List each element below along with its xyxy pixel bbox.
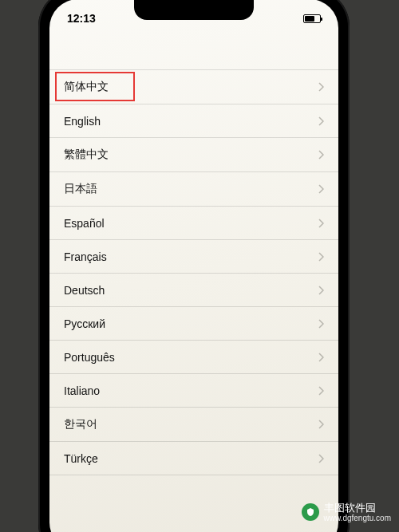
chevron-right-icon xyxy=(318,386,324,396)
language-item[interactable]: 繁體中文 xyxy=(49,138,338,172)
chevron-right-icon xyxy=(318,219,324,228)
language-item[interactable]: 日本語 xyxy=(49,172,338,207)
chevron-right-icon xyxy=(318,116,324,126)
chevron-right-icon xyxy=(318,252,324,262)
watermark: 丰图软件园 www.dgfengtu.com xyxy=(302,502,392,522)
watermark-logo-icon xyxy=(302,503,319,521)
chevron-right-icon xyxy=(318,150,324,160)
language-item[interactable]: Italiano xyxy=(49,374,338,408)
language-label: 繁體中文 xyxy=(64,148,109,162)
battery-icon xyxy=(303,14,321,23)
chevron-right-icon xyxy=(318,286,324,295)
status-right xyxy=(273,14,321,23)
watermark-title: 丰图软件园 xyxy=(324,502,392,514)
language-item[interactable]: Français xyxy=(49,240,338,274)
language-label: Italiano xyxy=(64,384,100,397)
language-label: 简体中文 xyxy=(64,80,109,94)
status-time: 12:13 xyxy=(67,12,115,25)
language-label: Türkçe xyxy=(64,452,98,465)
language-label: 日本語 xyxy=(64,182,97,196)
notch xyxy=(134,0,254,20)
language-item[interactable]: 한국어 xyxy=(49,408,338,442)
language-list: 简体中文English繁體中文日本語EspañolFrançaisDeutsch… xyxy=(49,30,338,475)
phone-screen: 12:13 简体中文English繁體中文日本語EspañolFrançaisD… xyxy=(49,0,338,532)
chevron-right-icon xyxy=(318,82,324,92)
language-label: Português xyxy=(64,351,115,364)
chevron-right-icon xyxy=(318,454,324,463)
language-item[interactable]: Português xyxy=(49,341,338,374)
chevron-right-icon xyxy=(318,420,324,429)
language-label: Deutsch xyxy=(64,284,105,297)
chevron-right-icon xyxy=(318,184,324,194)
language-item[interactable]: English xyxy=(49,104,338,138)
language-label: Español xyxy=(64,217,105,230)
language-item[interactable]: Español xyxy=(49,207,338,240)
language-item[interactable]: 简体中文 xyxy=(49,69,338,104)
language-label: Русский xyxy=(64,317,105,330)
phone-frame: 12:13 简体中文English繁體中文日本語EspañolFrançaisD… xyxy=(38,0,350,532)
language-label: English xyxy=(64,115,101,128)
language-item[interactable]: Русский xyxy=(49,307,338,341)
chevron-right-icon xyxy=(318,353,324,362)
language-label: 한국어 xyxy=(64,417,97,432)
language-item[interactable]: Türkçe xyxy=(49,442,338,475)
language-item[interactable]: Deutsch xyxy=(49,274,338,307)
language-label: Français xyxy=(64,250,107,263)
watermark-url: www.dgfengtu.com xyxy=(324,514,392,522)
chevron-right-icon xyxy=(318,319,324,329)
